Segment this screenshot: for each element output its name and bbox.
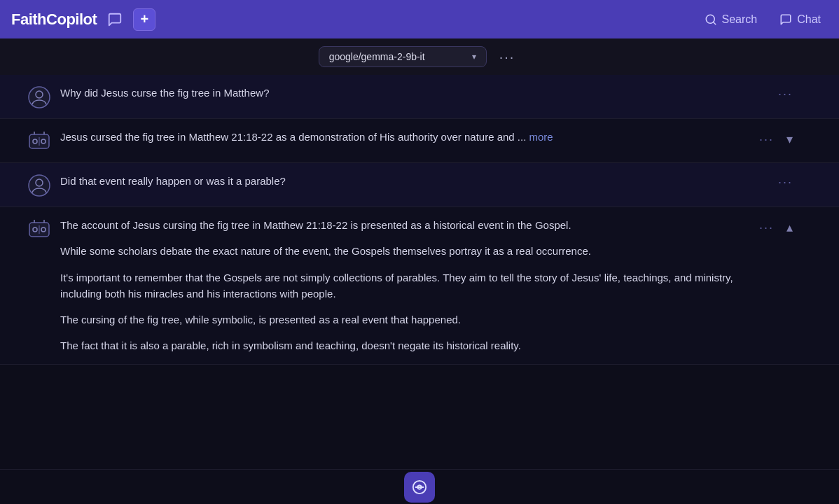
chat-area: Why did Jesus curse the fig tree in Matt… — [0, 75, 839, 469]
search-icon — [705, 13, 717, 26]
table-row: The account of Jesus cursing the fig tre… — [0, 207, 839, 365]
message-actions: ··· — [774, 174, 797, 190]
chat-nav-icon — [779, 13, 792, 26]
model-name: google/gemma-2-9b-it — [329, 51, 425, 62]
plus-icon[interactable]: + — [133, 8, 155, 31]
ai-message-a1: Jesus cursed the fig tree in Matthew 21:… — [60, 129, 745, 145]
svg-point-10 — [29, 175, 50, 196]
model-bar: google/gemma-2-9b-it ▾ ··· — [0, 38, 839, 75]
user-avatar — [28, 174, 50, 197]
model-chevron-icon: ▾ — [472, 52, 476, 62]
svg-line-1 — [713, 22, 715, 24]
ai-avatar — [28, 218, 50, 241]
model-selector[interactable]: google/gemma-2-9b-it ▾ — [319, 46, 487, 67]
compose-icon — [412, 479, 427, 495]
message-more-button[interactable]: ··· — [774, 174, 797, 190]
message-more-button[interactable]: ··· — [755, 220, 778, 235]
message-actions: ··· — [774, 86, 797, 102]
top-nav: FaithCopilot + Search Chat — [0, 0, 839, 38]
search-button[interactable]: Search — [698, 9, 765, 30]
chat-button[interactable]: Chat — [772, 9, 828, 30]
table-row: Did that event really happen or was it a… — [0, 163, 839, 207]
search-label: Search — [722, 13, 758, 26]
user-avatar — [28, 86, 50, 108]
chat-label: Chat — [797, 13, 821, 26]
user-message-q2: Did that event really happen or was it a… — [60, 173, 764, 189]
more-link[interactable]: more — [529, 131, 553, 143]
message-actions: ··· ▾ — [755, 130, 797, 148]
message-actions: ··· ▴ — [755, 218, 797, 237]
bottom-bar — [0, 469, 839, 504]
table-row: Jesus cursed the fig tree in Matthew 21:… — [0, 119, 839, 163]
collapse-button[interactable]: ▾ — [782, 130, 797, 148]
table-row: Why did Jesus curse the fig tree in Matt… — [0, 75, 839, 119]
model-more-button[interactable]: ··· — [494, 46, 521, 68]
chat-bubble-icon — [105, 10, 125, 29]
svg-point-2 — [29, 87, 50, 108]
expand-button[interactable]: ▴ — [782, 218, 797, 237]
user-message-q1: Why did Jesus curse the fig tree in Matt… — [60, 85, 764, 101]
ai-avatar — [28, 130, 50, 153]
brand-name: FaithCopilot — [11, 10, 97, 29]
ai-message-a2: The account of Jesus cursing the fig tre… — [60, 217, 745, 354]
message-more-button[interactable]: ··· — [774, 86, 797, 102]
message-more-button[interactable]: ··· — [755, 132, 778, 147]
compose-button[interactable] — [404, 472, 435, 503]
